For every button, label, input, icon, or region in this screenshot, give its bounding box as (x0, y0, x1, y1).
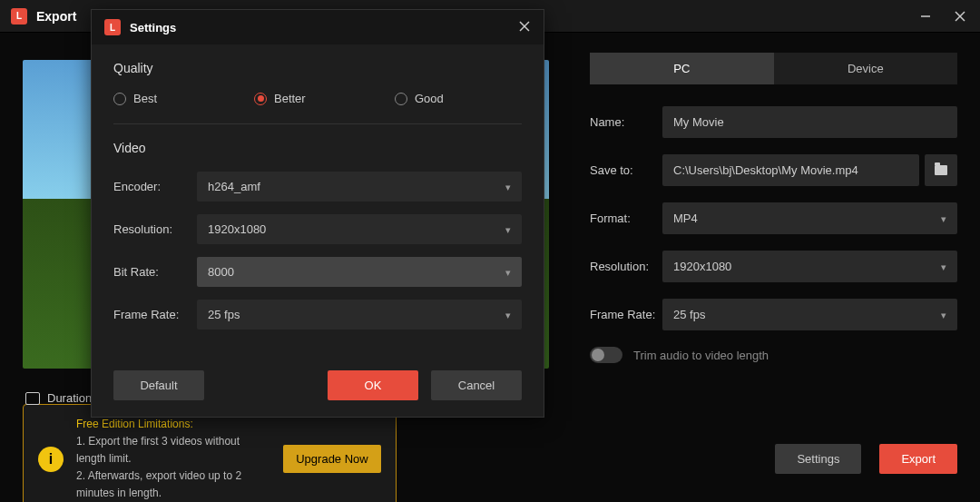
tab-pc[interactable]: PC (590, 53, 774, 84)
modal-resolution-label: Resolution: (113, 222, 197, 236)
ok-button[interactable]: OK (328, 370, 418, 400)
minimize-button[interactable] (916, 7, 935, 25)
footer: i Free Edition Limitations: 1. Export th… (0, 416, 980, 502)
resolution-select[interactable]: 1920x1080 (662, 251, 957, 282)
duration-row: Duration (25, 391, 92, 405)
modal-title: Settings (130, 21, 518, 34)
close-button[interactable] (951, 7, 969, 25)
framerate-label: Frame Rate: (590, 308, 662, 321)
trim-audio-toggle[interactable] (590, 347, 622, 363)
format-select[interactable]: MP4 (662, 202, 957, 234)
export-button[interactable]: Export (879, 444, 957, 474)
format-label: Format: (590, 212, 662, 225)
browse-button[interactable] (925, 154, 957, 186)
export-form-panel: PC Device Name: Save to: Format: MP4 Res… (567, 33, 980, 416)
encoder-label: Encoder: (113, 180, 197, 193)
framerate-select[interactable]: 25 fps (662, 299, 957, 330)
encoder-select[interactable]: h264_amf (197, 172, 522, 202)
bitrate-label: Bit Rate: (113, 265, 197, 279)
info-icon: i (38, 447, 64, 472)
quality-good-radio[interactable]: Good (395, 92, 517, 105)
modal-header: L Settings (92, 10, 544, 44)
trim-audio-label: Trim audio to video length (633, 349, 769, 362)
upgrade-button[interactable]: Upgrade Now (283, 445, 381, 473)
saveto-label: Save to: (590, 163, 662, 177)
quality-best-radio[interactable]: Best (113, 92, 236, 105)
modal-framerate-select[interactable]: 25 fps (197, 300, 522, 330)
cancel-button[interactable]: Cancel (431, 370, 522, 400)
duration-icon (25, 392, 40, 405)
limitation-line-2: 2. Afterwards, export video up to 2 minu… (76, 468, 270, 502)
modal-resolution-select[interactable]: 1920x1080 (197, 214, 522, 244)
settings-modal: L Settings Quality Best Better Good Vide… (91, 9, 544, 418)
settings-button[interactable]: Settings (775, 444, 861, 474)
tab-device[interactable]: Device (774, 53, 958, 84)
limitation-title: Free Edition Limitations: (76, 416, 270, 433)
name-input[interactable] (662, 106, 957, 138)
tab-row: PC Device (590, 53, 957, 84)
folder-icon (935, 165, 947, 175)
modal-close-button[interactable] (518, 18, 531, 37)
modal-framerate-label: Frame Rate: (113, 308, 197, 321)
duration-label: Duration (47, 391, 92, 405)
resolution-label: Resolution: (590, 260, 662, 273)
video-section-title: Video (113, 141, 522, 155)
app-icon: L (11, 8, 27, 25)
saveto-input[interactable] (662, 154, 919, 186)
name-label: Name: (590, 115, 662, 129)
limitation-box: i Free Edition Limitations: 1. Export th… (23, 404, 397, 502)
modal-app-icon: L (104, 19, 121, 35)
bitrate-select[interactable]: 8000 (197, 257, 522, 287)
quality-better-radio[interactable]: Better (254, 92, 377, 105)
default-button[interactable]: Default (113, 370, 204, 400)
limitation-line-1: 1. Export the first 3 videos without len… (76, 433, 270, 468)
quality-section-title: Quality (113, 61, 522, 75)
